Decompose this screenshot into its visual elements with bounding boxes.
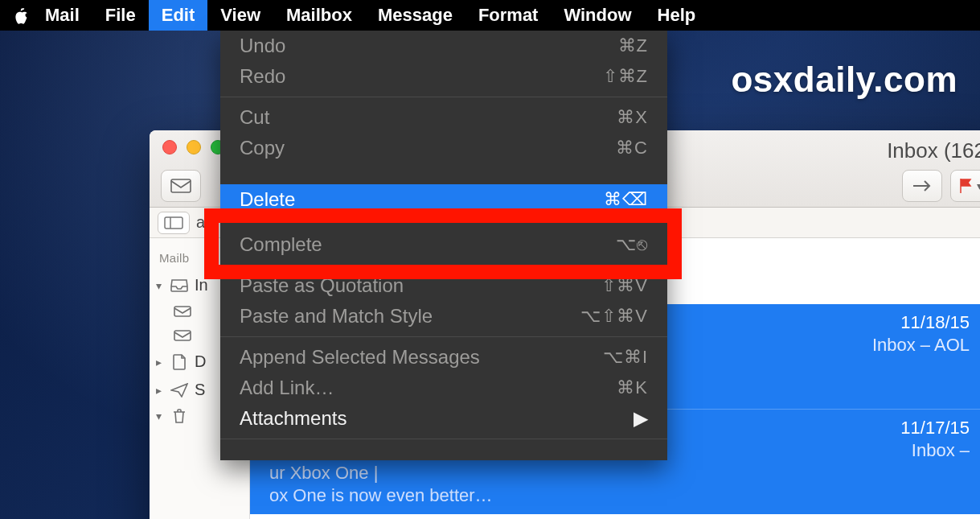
- menu-item-copy[interactable]: Copy ⌘C: [220, 133, 667, 163]
- toggle-panels-button[interactable]: [158, 212, 190, 234]
- menubar-item-view[interactable]: View: [207, 0, 273, 31]
- menu-item-attachments[interactable]: Attachments ▶: [220, 403, 667, 434]
- disclosure-triangle-icon[interactable]: ▾: [156, 279, 164, 292]
- close-window-button[interactable]: [162, 140, 177, 154]
- menu-item-redo[interactable]: Redo ⇧⌘Z: [220, 61, 667, 92]
- menubar-app-name[interactable]: Mail: [32, 0, 92, 31]
- watermark-text: osxdaily.com: [731, 60, 957, 100]
- subbar-label-fragment: a: [196, 213, 205, 232]
- sidebar-inbox-label: In: [195, 276, 208, 295]
- menu-item-paste-match-style[interactable]: Paste and Match Style ⌥⇧⌘V: [220, 301, 667, 332]
- menubar-item-window[interactable]: Window: [551, 0, 644, 31]
- arrow-right-icon: [912, 179, 933, 192]
- apple-logo-icon: [12, 6, 28, 24]
- forward-button[interactable]: [902, 170, 942, 202]
- menubar-item-message[interactable]: Message: [365, 0, 465, 31]
- chevron-down-icon: ▾: [977, 179, 981, 192]
- svg-rect-2: [174, 307, 191, 316]
- mailbox-icon: [174, 328, 191, 343]
- menubar-item-format[interactable]: Format: [465, 0, 552, 31]
- menu-item-undo[interactable]: Undo ⌘Z: [220, 31, 667, 61]
- minimize-window-button[interactable]: [187, 140, 201, 154]
- sidebar-sent-label: S: [195, 381, 205, 399]
- disclosure-triangle-icon[interactable]: ▾: [156, 410, 164, 422]
- menu-separator: [220, 439, 667, 439]
- sidebar-drafts-label: D: [195, 352, 206, 371]
- menu-item-complete[interactable]: Complete ⌥⎋: [220, 229, 667, 260]
- message-date: 11/17/15: [900, 418, 970, 439]
- menubar-item-file[interactable]: File: [92, 0, 149, 31]
- mailbox-icon: [174, 304, 191, 319]
- message-mailbox: Inbox – AOL: [872, 335, 970, 356]
- svg-rect-3: [174, 331, 191, 340]
- menubar-item-help[interactable]: Help: [645, 0, 709, 31]
- message-mailbox: Inbox –: [912, 440, 970, 461]
- trash-icon: [170, 409, 188, 423]
- menu-separator: [220, 336, 667, 337]
- menu-item-add-link[interactable]: Add Link… ⌘K: [220, 373, 667, 403]
- edit-menu-dropdown: Undo ⌘Z Redo ⇧⌘Z Cut ⌘X Copy ⌘C Delete ⌘…: [220, 31, 667, 460]
- menu-item-cut[interactable]: Cut ⌘X: [220, 102, 667, 133]
- disclosure-triangle-icon[interactable]: ▸: [156, 384, 164, 397]
- message-date: 11/18/15: [900, 312, 970, 333]
- svg-rect-1: [165, 217, 182, 229]
- envelope-icon: [170, 179, 191, 193]
- disclosure-triangle-icon[interactable]: ▸: [156, 356, 164, 369]
- svg-rect-0: [171, 179, 191, 192]
- menu-separator: [220, 97, 667, 97]
- compose-button[interactable]: [161, 170, 201, 202]
- menu-item-append-selected[interactable]: Append Selected Messages ⌥⌘I: [220, 342, 667, 373]
- inbox-icon: [170, 278, 188, 293]
- system-menubar: Mail File Edit View Mailbox Message Form…: [0, 0, 980, 31]
- message-preview-line: ox One is now even better…: [269, 485, 970, 506]
- sent-icon: [170, 383, 188, 397]
- menu-item-delete[interactable]: Delete ⌘⌫: [220, 184, 667, 215]
- window-title: Inbox (162: [887, 138, 980, 163]
- panels-icon: [164, 216, 183, 229]
- message-preview-line: ur Xbox One |: [269, 463, 970, 484]
- drafts-icon: [170, 355, 188, 369]
- menu-item-paste-quotation[interactable]: Paste as Quotation ⇧⌘V: [220, 270, 667, 301]
- flag-button[interactable]: ▾: [950, 170, 980, 202]
- menubar-item-mailbox[interactable]: Mailbox: [273, 0, 365, 31]
- apple-menu[interactable]: [8, 0, 32, 31]
- menu-separator: [220, 265, 667, 266]
- menubar-item-edit[interactable]: Edit: [149, 0, 208, 31]
- window-traffic-lights: [162, 140, 225, 154]
- submenu-arrow-icon: ▶: [634, 407, 648, 430]
- flag-icon: [959, 178, 974, 194]
